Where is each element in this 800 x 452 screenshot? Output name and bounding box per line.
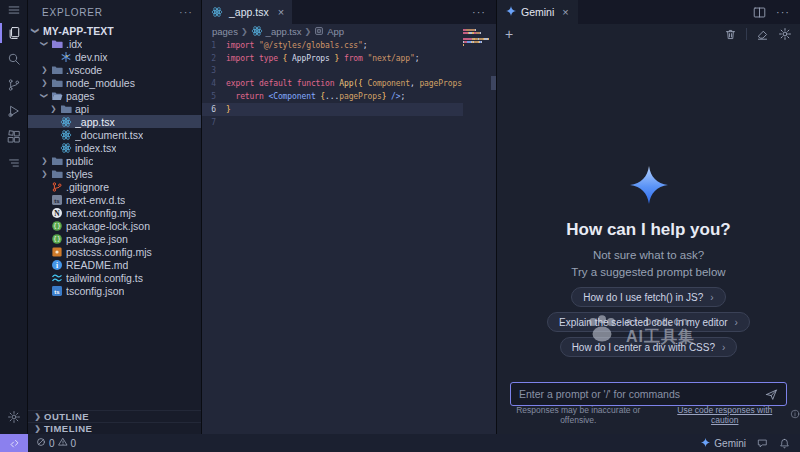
tab-gemini[interactable]: Gemini × [497,0,578,24]
editor-scrollbar[interactable] [491,76,496,90]
gemini-input-area: Responses may be inaccurate or offensive… [497,376,800,434]
caution-link[interactable]: Use code responses with caution [663,405,787,425]
gemini-status[interactable]: Gemini [701,438,746,449]
code-line-1[interactable]: 1import "@/styles/globals.css"; [202,39,463,52]
tree-item-public[interactable]: ❯public [28,154,201,167]
tree-item--vscode[interactable]: ❯.vscode [28,63,201,76]
ports-icon [7,156,21,170]
section-timeline[interactable]: ❯TIMELINE [28,422,201,434]
new-chat-button[interactable]: + [505,27,513,41]
code-line-7[interactable]: 7 [202,116,463,129]
prompt-input[interactable] [519,388,765,400]
editor-more-actions[interactable]: ··· [472,0,496,24]
activity-item-ports[interactable] [0,150,27,176]
breadcrumb-item[interactable]: pages [212,26,238,37]
readme-icon: i [50,259,64,271]
gemini-tab-label: Gemini [521,6,554,18]
activity-item-source-control[interactable] [0,72,27,98]
tree-item-node-modules[interactable]: ❯node_modules [28,76,201,89]
ts-grey-icon: ts [50,194,64,206]
tree-item-api[interactable]: ❯api [28,102,201,115]
split-editor-icon[interactable] [753,6,766,19]
activity-item-menu[interactable] [0,0,27,20]
run-debug-icon [7,104,21,118]
close-icon[interactable]: × [278,6,284,18]
tree-item-next-env-d-ts[interactable]: tsnext-env.d.ts [28,193,201,206]
folder-icon [59,103,73,115]
tree-item-label: styles [66,168,93,180]
explorer-title: EXPLORER [42,7,103,18]
tree-item-next-config-mjs[interactable]: Nnext.config.mjs [28,206,201,219]
tree-item-tailwind-config-ts[interactable]: tailwind.config.ts [28,271,201,284]
tree-item-label: package-lock.json [66,220,150,232]
tree-item-styles[interactable]: ❯styles [28,167,201,180]
activity-item-settings[interactable] [0,404,27,430]
activity-item-search[interactable] [0,46,27,72]
tree-item-dev-nix[interactable]: dev.nix [28,50,201,63]
code-line-2[interactable]: 2import type { AppProps } from "next/app… [202,52,463,65]
send-icon[interactable] [765,388,778,401]
chevron-right-icon: ❯ [39,79,50,87]
breadcrumb-item[interactable]: App [314,26,344,38]
problems-status[interactable]: 0 0 [36,437,76,449]
section-label: OUTLINE [44,411,89,422]
tree-item-label: node_modules [66,77,135,89]
panel-more-actions[interactable]: ··· [776,6,790,18]
bell-icon[interactable] [779,438,790,449]
explorer-more-actions[interactable]: ··· [179,6,193,18]
tree-item-tsconfig-json[interactable]: tstsconfig.json [28,284,201,297]
minimap[interactable] [463,28,489,148]
close-icon[interactable]: × [562,6,568,18]
activity-item-run-debug[interactable] [0,98,27,124]
extensions-icon [7,130,21,144]
tree-item-package-lock-json[interactable]: {}package-lock.json [28,219,201,232]
suggested-prompt-button[interactable]: How do I center a div with CSS?› [560,337,738,357]
code-editor[interactable]: 1import "@/styles/globals.css";2import t… [202,39,463,434]
feedback-icon[interactable] [757,438,768,449]
remote-indicator[interactable] [0,434,28,452]
react-icon [251,25,263,39]
tree-item-pages[interactable]: ❯pages [28,89,201,102]
eraser-icon[interactable] [756,28,769,41]
line-number: 1 [202,41,226,50]
tree-item-postcss-config-mjs[interactable]: postcss.config.mjs [28,245,201,258]
tree-item--document-tsx[interactable]: _document.tsx [28,128,201,141]
tree-item--gitignore[interactable]: .gitignore [28,180,201,193]
folder-open-icon [50,90,64,102]
error-icon [36,437,46,449]
line-number: 6 [202,105,226,114]
gear-icon[interactable] [778,27,792,41]
git-icon [50,181,64,193]
tree-item--idx[interactable]: ❯.idx [28,37,201,50]
react-icon [210,6,224,18]
section-outline[interactable]: ❯OUTLINE [28,410,201,422]
code-line-3[interactable]: 3 [202,65,463,78]
line-number: 7 [202,118,226,127]
activity-item-explorer[interactable] [0,20,27,46]
activity-item-extensions[interactable] [0,124,27,150]
code-text: return <Component {...pageProps} />; [226,92,405,101]
tree-item-package-json[interactable]: {}package.json [28,232,201,245]
code-line-5[interactable]: 5 return <Component {...pageProps} />; [202,90,463,103]
tab-label: _app.tsx [229,6,269,18]
suggested-prompt-button[interactable]: How do I use fetch() in JS?› [571,287,725,307]
tree-item-my-app-text[interactable]: ❯MY-APP-TEXT [28,24,201,37]
suggested-prompt-button[interactable]: Explain the selected code in my editor› [547,312,750,332]
chevron-right-icon: ❯ [39,157,50,165]
tree-item-index-tsx[interactable]: index.tsx [28,141,201,154]
code-line-4[interactable]: 4export default function App({ Component… [202,77,463,90]
code-line-6[interactable]: 6} [202,103,463,116]
gemini-welcome: How can I help you? Not sure what to ask… [497,44,800,357]
chevron-right-icon: › [735,317,738,328]
gemini-toolbar: + [497,24,800,44]
tab-app-tsx[interactable]: _app.tsx × [202,0,292,24]
tree-item--app-tsx[interactable]: _app.tsx [28,115,201,128]
postcss-icon [50,246,64,258]
tree-item-readme-md[interactable]: iREADME.md [28,258,201,271]
trash-icon[interactable] [724,28,737,41]
breadcrumb-item[interactable]: _app.tsx [251,25,302,39]
tree-item-label: pages [66,90,95,102]
npm-icon: {} [50,220,64,232]
status-bar: 0 0 Gemini [0,434,800,452]
line-number: 2 [202,54,226,63]
